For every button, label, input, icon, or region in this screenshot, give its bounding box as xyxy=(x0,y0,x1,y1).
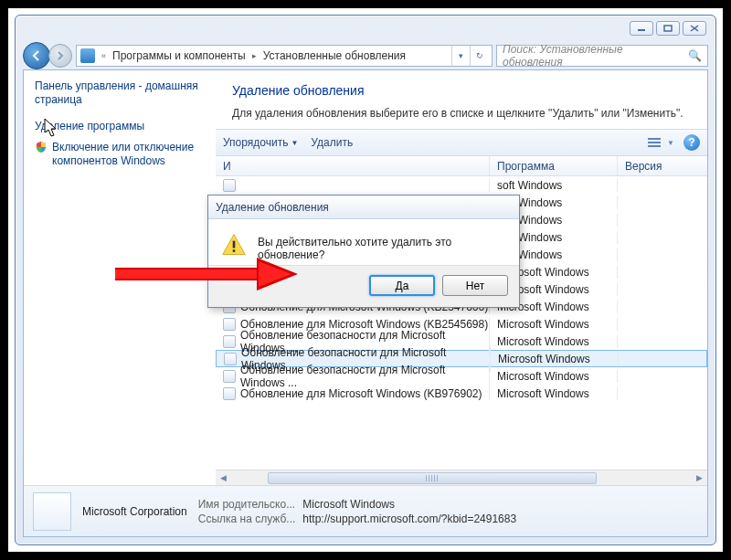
update-icon xyxy=(223,387,236,400)
chevron-down-icon: ▼ xyxy=(291,139,298,147)
col-name[interactable]: И xyxy=(216,156,490,175)
view-icon xyxy=(648,137,664,148)
sidebar-features-link[interactable]: Включение или отключение компонентов Win… xyxy=(35,141,205,168)
table-row[interactable]: Обновление для Microsoft Windows (KB9769… xyxy=(216,385,707,402)
outer-frame: « Программы и компоненты ▸ Установленные… xyxy=(7,7,724,553)
svg-rect-4 xyxy=(648,145,661,147)
svg-rect-3 xyxy=(648,142,661,143)
columns-header: И Программа Версия xyxy=(216,156,707,176)
row-program: Microsoft Windows xyxy=(491,353,619,365)
address-bar[interactable]: « Программы и компоненты ▸ Установленные… xyxy=(76,45,493,67)
table-row[interactable]: soft Windows xyxy=(216,176,707,194)
details-link-value: http://support.microsoft.com/?kbid=24916… xyxy=(302,512,516,525)
dialog-text: Вы действительно хотите удалить это обно… xyxy=(258,232,506,261)
no-button[interactable]: Нет xyxy=(442,275,508,296)
row-program: Microsoft Windows xyxy=(490,370,618,383)
row-program: Microsoft Windows xyxy=(490,318,618,331)
explorer-window: « Программы и компоненты ▸ Установленные… xyxy=(15,15,716,545)
maximize-button[interactable] xyxy=(656,21,680,36)
window-controls xyxy=(630,21,706,36)
update-icon xyxy=(223,370,236,383)
chevron-left-icon: « xyxy=(101,51,107,60)
nav-forward-button[interactable] xyxy=(48,44,72,68)
h-scrollbar[interactable]: ◀ ▶ xyxy=(216,470,707,485)
addr-dropdown-button[interactable]: ▾ xyxy=(451,46,470,66)
row-name: Обновление безопасности для Microsoft Wi… xyxy=(240,364,489,389)
scroll-left-arrow[interactable]: ◀ xyxy=(216,471,231,485)
svg-rect-0 xyxy=(638,29,645,31)
addr-icon xyxy=(80,48,95,63)
organize-button[interactable]: Упорядочить ▼ xyxy=(223,136,298,149)
sidebar: Панель управления - домашняя страница Уд… xyxy=(24,70,216,485)
row-program: soft Windows xyxy=(490,179,618,192)
svg-rect-1 xyxy=(664,26,672,31)
help-button[interactable]: ? xyxy=(683,134,700,151)
svg-rect-6 xyxy=(233,249,236,252)
scroll-thumb[interactable] xyxy=(268,472,597,484)
search-placeholder: Поиск: Установленные обновления xyxy=(503,43,683,69)
nav-bar: « Программы и компоненты ▸ Установленные… xyxy=(23,42,708,69)
sidebar-uninstall-link[interactable]: Удаление программы xyxy=(35,120,205,133)
remove-button[interactable]: Удалить xyxy=(311,136,353,149)
col-program[interactable]: Программа xyxy=(490,156,618,175)
chevron-right-icon: ▸ xyxy=(251,51,258,60)
details-parent-label: Имя родительско... xyxy=(198,498,296,511)
shield-icon xyxy=(35,141,48,153)
confirm-dialog: Удаление обновления Вы действительно хот… xyxy=(207,195,520,308)
update-icon xyxy=(223,179,236,192)
details-publisher: Microsoft Corporation xyxy=(82,505,187,518)
col-version[interactable]: Версия xyxy=(618,156,707,175)
svg-rect-2 xyxy=(648,138,661,140)
list-toolbar: Упорядочить ▼ Удалить ▼ ? xyxy=(216,129,707,156)
details-thumb-icon xyxy=(33,492,71,531)
dialog-title: Удаление обновления xyxy=(208,195,519,219)
close-button[interactable] xyxy=(683,21,706,36)
view-button[interactable]: ▼ xyxy=(648,137,674,148)
table-row[interactable]: Обновление безопасности для Microsoft Wi… xyxy=(216,367,707,385)
search-input[interactable]: Поиск: Установленные обновления 🔍 xyxy=(496,45,708,67)
svg-rect-5 xyxy=(233,241,236,248)
nav-back-button[interactable] xyxy=(23,42,50,69)
search-icon: 🔍 xyxy=(688,49,702,62)
page-title: Удаление обновления xyxy=(232,83,691,98)
sidebar-home-link[interactable]: Панель управления - домашняя страница xyxy=(35,79,205,107)
details-link-label: Ссылка на служб... xyxy=(198,512,296,525)
breadcrumb-level2[interactable]: Установленные обновления xyxy=(263,49,406,62)
scroll-right-arrow[interactable]: ▶ xyxy=(692,471,707,485)
page-subtitle: Для удаления обновления выберите его в с… xyxy=(232,107,691,120)
details-parent-value: Microsoft Windows xyxy=(302,498,516,511)
details-pane: Microsoft Corporation Имя родительско...… xyxy=(24,485,707,536)
yes-button[interactable]: Да xyxy=(369,275,435,296)
minimize-button[interactable] xyxy=(630,21,653,36)
row-program: Microsoft Windows xyxy=(490,335,618,348)
row-name: Обновление для Microsoft Windows (KB9769… xyxy=(240,387,482,400)
warning-icon xyxy=(221,232,247,258)
addr-refresh-button[interactable]: ↻ xyxy=(470,46,488,66)
breadcrumb-level1[interactable]: Программы и компоненты xyxy=(112,49,246,62)
row-program: Microsoft Windows xyxy=(490,387,618,400)
